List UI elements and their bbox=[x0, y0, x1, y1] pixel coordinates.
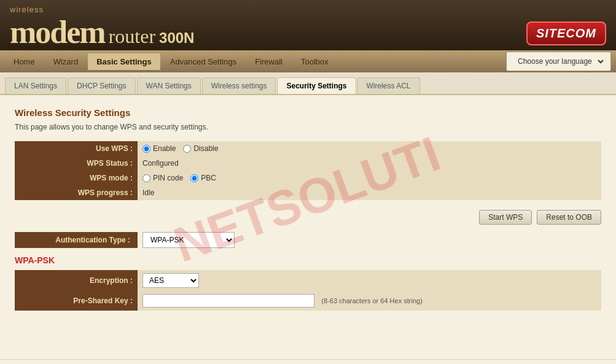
pbc-label: PBC bbox=[201, 174, 216, 182]
navbar: Home Wizard Basic Settings Advanced Sett… bbox=[0, 50, 616, 72]
disable-radio-label[interactable]: Disable bbox=[183, 144, 218, 153]
encryption-label: Encryption : bbox=[15, 270, 138, 291]
psk-label: Pre-Shared Key : bbox=[15, 291, 138, 311]
pin-radio-label[interactable]: PIN code bbox=[142, 174, 183, 182]
nav-home[interactable]: Home bbox=[5, 53, 44, 70]
enable-radio-label[interactable]: Enable bbox=[142, 144, 176, 153]
pin-radio[interactable] bbox=[142, 174, 150, 182]
language-selector[interactable]: Choose your language bbox=[506, 52, 611, 71]
tab-security-settings[interactable]: Security Settings bbox=[277, 77, 356, 94]
auth-type-label: Authentication Type : bbox=[15, 232, 138, 248]
wps-buttons: Start WPS Reset to OOB bbox=[15, 210, 601, 225]
enable-label: Enable bbox=[153, 144, 176, 153]
auth-type-select[interactable]: WPA-PSK WPA2-PSK WPA/WPA2-PSK Open Share… bbox=[142, 232, 235, 248]
page-description: This page allows you to change WPS and s… bbox=[15, 123, 601, 131]
pbc-radio-label[interactable]: PBC bbox=[190, 174, 216, 182]
tab-lan-settings[interactable]: LAN Settings bbox=[5, 77, 66, 94]
psk-value: (8-63 characters or 64 Hex string) bbox=[138, 291, 601, 311]
disable-radio[interactable] bbox=[183, 145, 191, 153]
disable-label: Disable bbox=[193, 144, 218, 153]
wpa-psk-label: WPA-PSK bbox=[15, 255, 601, 265]
wps-mode-value: PIN code PBC bbox=[138, 171, 601, 185]
wireless-label: wireless bbox=[10, 5, 194, 14]
wps-progress-label: WPS progress : bbox=[15, 185, 138, 200]
reset-oob-button[interactable]: Reset to OOB bbox=[537, 210, 601, 225]
encryption-select[interactable]: AES TKIP TKIP+AES bbox=[142, 273, 199, 288]
wps-mode-row: WPS mode : PIN code PBC bbox=[15, 171, 601, 185]
sitecom-badge: SITECOM bbox=[526, 21, 606, 45]
logo-main: modem router 300N bbox=[10, 14, 194, 50]
enable-radio[interactable] bbox=[142, 145, 150, 153]
start-wps-button[interactable]: Start WPS bbox=[479, 210, 532, 225]
language-select[interactable]: Choose your language bbox=[512, 55, 606, 68]
subtabs: LAN Settings DHCP Settings WAN Settings … bbox=[0, 72, 616, 95]
nav-toolbox[interactable]: Toolbox bbox=[292, 53, 337, 70]
header: wireless modem router 300N SITECOM bbox=[0, 0, 616, 50]
model-label: 300N bbox=[159, 29, 194, 47]
nav-basic-settings[interactable]: Basic Settings bbox=[88, 53, 160, 70]
page-title: Wireless Security Settings bbox=[15, 107, 601, 118]
logo-area: wireless modem router 300N bbox=[10, 5, 194, 50]
wps-use-row: Use WPS : Enable Disable bbox=[15, 141, 601, 156]
pbc-radio[interactable] bbox=[190, 174, 198, 182]
encryption-row: Encryption : AES TKIP TKIP+AES bbox=[15, 270, 601, 291]
pin-label: PIN code bbox=[153, 174, 183, 182]
tab-dhcp-settings[interactable]: DHCP Settings bbox=[68, 77, 135, 94]
wpa-settings-table: Encryption : AES TKIP TKIP+AES Pre-Share… bbox=[15, 270, 601, 311]
tab-wireless-settings[interactable]: Wireless settings bbox=[202, 77, 276, 94]
wps-status-value: Configured bbox=[138, 156, 601, 171]
wps-settings-table: Use WPS : Enable Disable WPS bbox=[15, 141, 601, 200]
psk-row: Pre-Shared Key : (8-63 characters or 64 … bbox=[15, 291, 601, 311]
nav-advanced-settings[interactable]: Advanced Settings bbox=[162, 53, 245, 70]
modem-label: modem bbox=[10, 14, 105, 50]
wps-mode-label: WPS mode : bbox=[15, 171, 138, 185]
use-wps-value: Enable Disable bbox=[138, 141, 601, 156]
wps-progress-row: WPS progress : Idle bbox=[15, 185, 601, 200]
footer-buttons: SAVE CANCEL bbox=[0, 359, 616, 364]
nav-wizard[interactable]: Wizard bbox=[45, 53, 87, 70]
wps-progress-value: Idle bbox=[138, 185, 601, 200]
wps-status-row: WPS Status : Configured bbox=[15, 156, 601, 171]
wps-status-label: WPS Status : bbox=[15, 156, 138, 171]
main-content: Wireless Security Settings This page all… bbox=[0, 95, 616, 359]
encryption-value: AES TKIP TKIP+AES bbox=[138, 270, 601, 291]
tab-wireless-acl[interactable]: Wireless ACL bbox=[357, 77, 420, 94]
psk-hint: (8-63 characters or 64 Hex string) bbox=[321, 297, 422, 304]
content-area: LAN Settings DHCP Settings WAN Settings … bbox=[0, 72, 616, 364]
use-wps-label: Use WPS : bbox=[15, 141, 138, 156]
router-label: router bbox=[109, 25, 155, 48]
psk-input[interactable] bbox=[142, 294, 314, 308]
auth-type-row: Authentication Type : WPA-PSK WPA2-PSK W… bbox=[15, 232, 601, 248]
tab-wan-settings[interactable]: WAN Settings bbox=[137, 77, 201, 94]
nav-firewall[interactable]: Firewall bbox=[246, 53, 291, 70]
